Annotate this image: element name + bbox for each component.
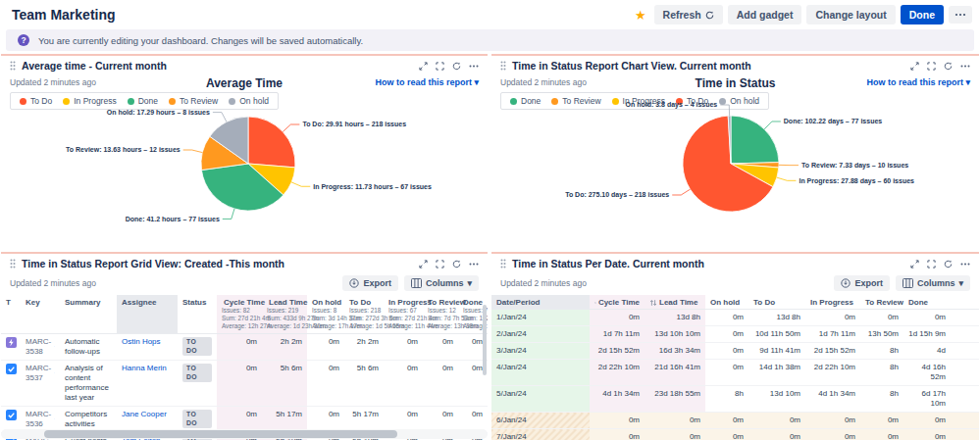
column-label: To Do: [349, 298, 371, 307]
issue-chart-icon[interactable]: [54, 368, 55, 377]
time-value: 0m: [307, 333, 344, 360]
more-icon[interactable]: [469, 260, 479, 269]
filler-cell: [951, 343, 979, 360]
fullscreen-icon[interactable]: [927, 62, 936, 71]
date-cell: 1/Jan/24: [491, 310, 590, 326]
time-value: 2h 2m: [262, 333, 307, 360]
issue-chart-icon[interactable]: [54, 415, 55, 423]
column-header-done: Done: [903, 295, 951, 310]
drag-handle-icon[interactable]: [10, 259, 16, 269]
filler-cell: [951, 326, 979, 343]
gadget-title: Time in Status Report Grid View: Created…: [22, 258, 284, 269]
date-row: 4/Jan/242d 22h 10m21d 16h 41m0m14d 1h 38…: [491, 360, 979, 386]
assignee-link[interactable]: Jane Cooper: [122, 410, 167, 418]
add-gadget-button[interactable]: Add gadget: [728, 5, 802, 24]
assignee-link[interactable]: Hanna Merin: [122, 364, 167, 372]
issue-key[interactable]: MARC-3537: [26, 364, 51, 383]
refresh-icon[interactable]: [452, 62, 461, 71]
gadget-title: Average time - Current month: [22, 60, 167, 72]
pie-label: To Do: 275.10 days – 218 issues: [565, 191, 669, 199]
pie-slice-done[interactable]: [731, 116, 779, 164]
column-header-cycle-time[interactable]: Cycle Time: [590, 295, 645, 310]
refresh-icon[interactable]: [944, 62, 953, 71]
refresh-icon[interactable]: [452, 260, 461, 269]
vertical-scrollbar[interactable]: [483, 305, 487, 375]
columns-button-label: Columns: [426, 278, 464, 288]
gadget-meta: Updated 2 minutes ago Export Columns ▾: [491, 271, 979, 293]
fullscreen-icon[interactable]: [436, 62, 444, 71]
more-icon[interactable]: [960, 260, 970, 269]
issue-key[interactable]: MARC-3536: [26, 410, 51, 429]
time-value: 2h 2m: [344, 333, 384, 360]
column-header-on-hold: On hold: [705, 295, 748, 310]
per-date-table: Date/PeriodCycle TimeLead TimeOn holdTo …: [491, 295, 979, 440]
ellipsis-icon: [954, 10, 966, 20]
pie-label-leader: [183, 150, 203, 153]
time-value: 9d 11h 41m: [748, 343, 805, 360]
column-header-cycle-time[interactable]: Cycle TimeIssues: 82Sum: 27d 21h 4mAvera…: [217, 295, 262, 333]
drag-handle-icon[interactable]: [500, 259, 506, 269]
pie-label-leader: [764, 122, 781, 129]
time-value: 8h: [860, 386, 903, 413]
pie-label-leader: [283, 124, 299, 131]
column-label: In Progress: [810, 298, 853, 307]
refresh-icon[interactable]: [944, 260, 953, 269]
time-value: 5h 6m: [262, 360, 307, 406]
time-value: 10d 11h 50m: [748, 326, 805, 343]
sort-icon[interactable]: [594, 299, 596, 307]
question-icon: ?: [18, 34, 29, 46]
columns-icon: [411, 278, 422, 288]
pie-label-leader: [720, 105, 729, 116]
change-layout-button[interactable]: Change layout: [806, 5, 895, 24]
time-value: 5h 6m: [344, 360, 384, 406]
updated-label: Updated 2 minutes ago: [10, 278, 96, 288]
column-label: On hold: [710, 298, 740, 307]
pie-slice-to-do[interactable]: [248, 117, 295, 168]
drag-handle-icon[interactable]: [10, 61, 16, 71]
done-button[interactable]: Done: [901, 5, 944, 24]
fullscreen-icon[interactable]: [927, 260, 936, 269]
time-value: 2d 15h 52m: [805, 343, 860, 360]
time-value: 0m: [307, 406, 344, 432]
more-icon[interactable]: [469, 62, 479, 71]
column-label: Lead Time: [269, 298, 307, 307]
resize-icon[interactable]: [419, 260, 428, 269]
resize-icon[interactable]: [419, 62, 428, 71]
time-value: 0m: [705, 429, 748, 440]
favorite-star-icon[interactable]: ★: [635, 9, 646, 22]
horizontal-scrollbar[interactable]: [44, 430, 397, 438]
export-button[interactable]: Export: [342, 275, 398, 291]
issue-chart-icon[interactable]: [54, 342, 55, 351]
gadget-grid-view: Time in Status Report Grid View: Created…: [1, 252, 488, 440]
export-button[interactable]: Export: [834, 275, 890, 291]
time-value: 0m: [805, 310, 860, 326]
time-value: 8h: [860, 343, 903, 360]
status-badge: TO DO: [182, 337, 212, 357]
more-menu-button[interactable]: [949, 6, 972, 24]
pie-label: To Review: 13.63 hours – 12 issues: [66, 146, 181, 153]
time-value: 23d 18h 55m: [645, 386, 705, 413]
export-button-label: Export: [363, 278, 391, 288]
refresh-button[interactable]: Refresh: [654, 5, 723, 24]
column-label: Assignee: [122, 298, 157, 307]
columns-button[interactable]: Columns ▾: [896, 275, 970, 291]
issue-type-cell: [1, 333, 21, 360]
gadget-meta: Updated 2 minutes ago Export Columns ▾: [1, 271, 488, 293]
sort-icon[interactable]: [649, 299, 657, 307]
columns-button[interactable]: Columns ▾: [404, 275, 479, 291]
column-header-key: Key: [21, 295, 60, 333]
issue-key-cell: MARC-3536: [21, 406, 60, 432]
updated-label: Updated 2 minutes ago: [500, 278, 587, 288]
column-header-lead-time[interactable]: Lead Time: [645, 295, 705, 310]
fullscreen-icon[interactable]: [436, 260, 444, 269]
pie-label: Done: 41.2 hours – 77 issues: [126, 216, 220, 222]
assignee-cell: Hanna Merin: [117, 360, 178, 406]
drag-handle-icon[interactable]: [500, 61, 506, 71]
resize-icon[interactable]: [910, 62, 919, 71]
column-header-lead-time[interactable]: Lead TimeIssues: 219Sum: 433d 9h 27mAver…: [262, 295, 307, 333]
more-icon[interactable]: [960, 62, 970, 71]
issue-type-cell: [1, 360, 21, 406]
issue-key[interactable]: MARC-3538: [26, 337, 51, 357]
assignee-link[interactable]: Ostin Hops: [122, 337, 161, 346]
resize-icon[interactable]: [910, 260, 919, 269]
